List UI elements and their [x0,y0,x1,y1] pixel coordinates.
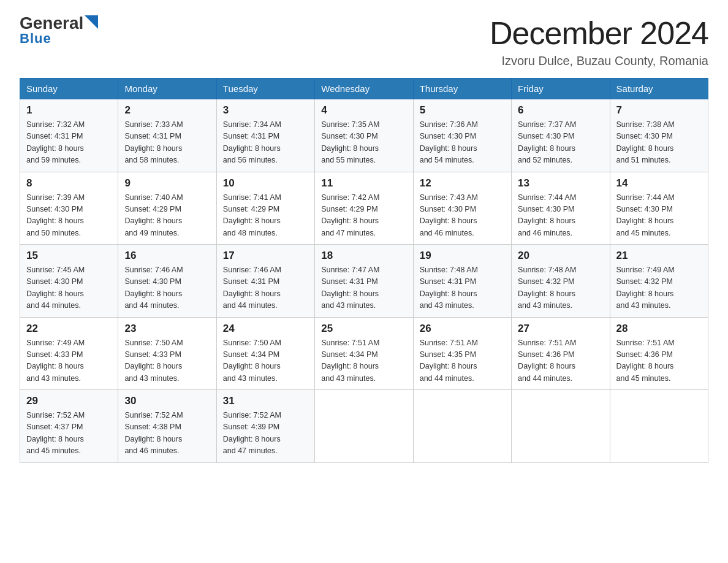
day-info: Sunrise: 7:51 AM Sunset: 4:34 PM Dayligh… [321,337,406,385]
calendar-cell: 26Sunrise: 7:51 AM Sunset: 4:35 PM Dayli… [413,317,511,390]
day-number: 12 [420,177,505,190]
day-info: Sunrise: 7:51 AM Sunset: 4:36 PM Dayligh… [616,337,702,385]
logo-arrow-icon [85,15,98,29]
day-info: Sunrise: 7:52 AM Sunset: 4:39 PM Dayligh… [223,410,308,458]
day-info: Sunrise: 7:52 AM Sunset: 4:37 PM Dayligh… [26,410,112,458]
calendar-cell: 3Sunrise: 7:34 AM Sunset: 4:31 PM Daylig… [216,99,314,172]
calendar-cell: 15Sunrise: 7:45 AM Sunset: 4:30 PM Dayli… [20,245,118,318]
day-number: 19 [420,250,505,262]
calendar-cell [610,390,708,463]
day-number: 8 [26,177,112,190]
week-row-2: 8Sunrise: 7:39 AM Sunset: 4:30 PM Daylig… [20,172,708,245]
page-header: General Blue December 2024 Izvoru Dulce,… [20,15,708,68]
day-info: Sunrise: 7:51 AM Sunset: 4:36 PM Dayligh… [518,337,603,385]
day-number: 9 [124,177,210,190]
day-info: Sunrise: 7:42 AM Sunset: 4:29 PM Dayligh… [321,192,406,240]
day-info: Sunrise: 7:44 AM Sunset: 4:30 PM Dayligh… [518,192,603,240]
header-wednesday: Wednesday [315,79,413,99]
week-row-3: 15Sunrise: 7:45 AM Sunset: 4:30 PM Dayli… [20,245,708,318]
calendar-cell: 19Sunrise: 7:48 AM Sunset: 4:31 PM Dayli… [413,245,511,318]
calendar-table: SundayMondayTuesdayWednesdayThursdayFrid… [20,78,708,463]
calendar-cell [413,390,511,463]
day-number: 23 [124,323,210,335]
day-info: Sunrise: 7:50 AM Sunset: 4:34 PM Dayligh… [223,337,308,385]
calendar-cell: 25Sunrise: 7:51 AM Sunset: 4:34 PM Dayli… [315,317,413,390]
month-title: December 2024 [490,15,708,52]
calendar-cell: 9Sunrise: 7:40 AM Sunset: 4:29 PM Daylig… [118,172,216,245]
day-number: 4 [321,104,406,117]
location: Izvoru Dulce, Buzau County, Romania [490,54,708,68]
day-number: 7 [616,104,702,117]
week-row-4: 22Sunrise: 7:49 AM Sunset: 4:33 PM Dayli… [20,317,708,390]
day-info: Sunrise: 7:44 AM Sunset: 4:30 PM Dayligh… [616,192,702,240]
day-info: Sunrise: 7:34 AM Sunset: 4:31 PM Dayligh… [223,119,308,167]
calendar-cell: 1Sunrise: 7:32 AM Sunset: 4:31 PM Daylig… [20,99,118,172]
day-info: Sunrise: 7:36 AM Sunset: 4:30 PM Dayligh… [420,119,505,167]
day-number: 6 [518,104,603,117]
day-number: 14 [616,177,702,190]
title-block: December 2024 Izvoru Dulce, Buzau County… [490,15,708,68]
calendar-cell: 23Sunrise: 7:50 AM Sunset: 4:33 PM Dayli… [118,317,216,390]
day-number: 31 [223,395,308,407]
day-info: Sunrise: 7:33 AM Sunset: 4:31 PM Dayligh… [124,119,210,167]
day-number: 13 [518,177,603,190]
day-info: Sunrise: 7:45 AM Sunset: 4:30 PM Dayligh… [26,264,112,312]
day-number: 10 [223,177,308,190]
logo-blue: Blue [20,31,51,47]
day-number: 22 [26,323,112,335]
day-info: Sunrise: 7:43 AM Sunset: 4:30 PM Dayligh… [420,192,505,240]
day-number: 25 [321,323,406,335]
week-row-1: 1Sunrise: 7:32 AM Sunset: 4:31 PM Daylig… [20,99,708,172]
day-number: 30 [124,395,210,407]
day-info: Sunrise: 7:48 AM Sunset: 4:32 PM Dayligh… [518,264,603,312]
calendar-header-row: SundayMondayTuesdayWednesdayThursdayFrid… [20,79,708,99]
day-number: 17 [223,250,308,262]
day-info: Sunrise: 7:51 AM Sunset: 4:35 PM Dayligh… [420,337,505,385]
day-info: Sunrise: 7:32 AM Sunset: 4:31 PM Dayligh… [26,119,112,167]
day-info: Sunrise: 7:46 AM Sunset: 4:31 PM Dayligh… [223,264,308,312]
calendar-cell: 4Sunrise: 7:35 AM Sunset: 4:30 PM Daylig… [315,99,413,172]
day-info: Sunrise: 7:41 AM Sunset: 4:29 PM Dayligh… [223,192,308,240]
calendar-cell: 10Sunrise: 7:41 AM Sunset: 4:29 PM Dayli… [216,172,314,245]
header-monday: Monday [118,79,216,99]
calendar-cell: 24Sunrise: 7:50 AM Sunset: 4:34 PM Dayli… [216,317,314,390]
calendar-cell: 12Sunrise: 7:43 AM Sunset: 4:30 PM Dayli… [413,172,511,245]
day-number: 11 [321,177,406,190]
calendar-cell: 22Sunrise: 7:49 AM Sunset: 4:33 PM Dayli… [20,317,118,390]
day-info: Sunrise: 7:47 AM Sunset: 4:31 PM Dayligh… [321,264,406,312]
calendar-cell: 29Sunrise: 7:52 AM Sunset: 4:37 PM Dayli… [20,390,118,463]
calendar-cell: 17Sunrise: 7:46 AM Sunset: 4:31 PM Dayli… [216,245,314,318]
day-number: 24 [223,323,308,335]
calendar-cell: 2Sunrise: 7:33 AM Sunset: 4:31 PM Daylig… [118,99,216,172]
calendar-cell: 20Sunrise: 7:48 AM Sunset: 4:32 PM Dayli… [512,245,610,318]
day-number: 1 [26,104,112,117]
day-info: Sunrise: 7:50 AM Sunset: 4:33 PM Dayligh… [124,337,210,385]
calendar-cell: 7Sunrise: 7:38 AM Sunset: 4:30 PM Daylig… [610,99,708,172]
calendar-cell: 11Sunrise: 7:42 AM Sunset: 4:29 PM Dayli… [315,172,413,245]
calendar-cell: 8Sunrise: 7:39 AM Sunset: 4:30 PM Daylig… [20,172,118,245]
calendar-cell: 16Sunrise: 7:46 AM Sunset: 4:30 PM Dayli… [118,245,216,318]
calendar-cell: 21Sunrise: 7:49 AM Sunset: 4:32 PM Dayli… [610,245,708,318]
day-number: 15 [26,250,112,262]
calendar-cell [512,390,610,463]
day-number: 27 [518,323,603,335]
day-number: 20 [518,250,603,262]
day-info: Sunrise: 7:52 AM Sunset: 4:38 PM Dayligh… [124,410,210,458]
calendar-cell: 18Sunrise: 7:47 AM Sunset: 4:31 PM Dayli… [315,245,413,318]
calendar-cell [315,390,413,463]
day-number: 16 [124,250,210,262]
day-info: Sunrise: 7:37 AM Sunset: 4:30 PM Dayligh… [518,119,603,167]
day-info: Sunrise: 7:38 AM Sunset: 4:30 PM Dayligh… [616,119,702,167]
header-thursday: Thursday [413,79,511,99]
svg-marker-0 [85,15,98,29]
day-number: 26 [420,323,505,335]
day-number: 18 [321,250,406,262]
day-number: 28 [616,323,702,335]
day-number: 2 [124,104,210,117]
calendar-cell: 28Sunrise: 7:51 AM Sunset: 4:36 PM Dayli… [610,317,708,390]
day-number: 5 [420,104,505,117]
day-info: Sunrise: 7:49 AM Sunset: 4:33 PM Dayligh… [26,337,112,385]
day-info: Sunrise: 7:39 AM Sunset: 4:30 PM Dayligh… [26,192,112,240]
day-info: Sunrise: 7:48 AM Sunset: 4:31 PM Dayligh… [420,264,505,312]
calendar-cell: 31Sunrise: 7:52 AM Sunset: 4:39 PM Dayli… [216,390,314,463]
